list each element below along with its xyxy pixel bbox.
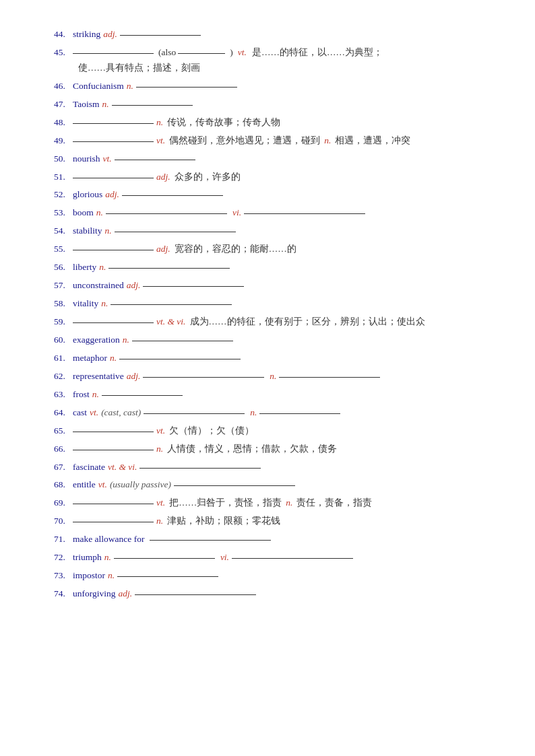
blank [132,341,233,341]
list-item: 73. impostor n. [54,568,495,584]
blank [73,432,154,432]
item-number: 45. [54,45,73,61]
list-item: 45. (also ) vt. 是……的特征，以……为典型； 使……具有特点；描… [54,45,495,76]
item-number: 44. [54,27,73,42]
paren: (cast, cast) [101,405,141,421]
word: frost [73,387,90,403]
item-number: 53. [54,205,73,221]
blank [73,123,154,124]
word: boom [73,205,94,221]
blank [135,594,256,595]
definition: 津贴，补助；限额；零花钱 [167,514,280,529]
blank [143,286,244,287]
definition: 众多的，许多的 [175,170,241,185]
pos: n. [127,79,133,94]
definition: 偶然碰到，意外地遇见；遭遇，碰到 [169,133,320,149]
blank [108,268,230,269]
word: Taoism [73,97,100,112]
item-number: 55. [54,242,73,257]
item-number: 60. [54,333,73,348]
blank2 [232,558,353,559]
pos: n. [105,224,112,239]
pos: vt. & vi. [156,314,186,330]
item-number: 68. [54,477,73,493]
blank [114,558,215,559]
list-item: 74. unforgiving adj. [54,586,495,602]
definition: 欠（情）；欠（债） [169,423,254,439]
word: nourish [73,151,100,167]
pos2: vi. [232,205,241,221]
pos: n. [92,387,99,403]
item-number: 54. [54,224,73,239]
blank [144,413,245,414]
word: glorious [73,187,102,203]
definition: 传说，传奇故事；传奇人物 [167,115,280,131]
pos2: n. [270,369,276,384]
item-number: 49. [54,133,73,149]
list-item: 58. vitality n. [54,296,495,312]
pos: n. [108,568,115,584]
pos: adj. [156,242,170,257]
item-number: 48. [54,115,73,131]
item-number: 74. [54,586,73,602]
list-item: 57. unconstrained adj. [54,278,495,294]
blank [150,540,271,541]
blank [120,35,201,36]
paren: (usually passive) [110,477,171,493]
list-item: 66. n. 人情债，情义，恩情；借款，欠款，债务 [54,442,495,457]
definition: 人情债，情义，恩情；借款，欠款，债务 [167,442,337,457]
blank [73,322,154,323]
item-number: 58. [54,296,73,312]
word: striking [73,27,100,42]
pos2: n. [324,133,331,149]
definition: 是……的特征，以……为典型； [252,45,383,61]
pos2: n. [286,495,292,511]
blank [115,160,195,160]
blank [139,468,261,469]
word: representative [73,369,124,384]
blank2 [244,213,365,214]
blank [111,304,232,305]
vocabulary-list: 44. striking adj. 45. (also ) vt. 是……的特征… [54,27,495,602]
list-item: 53. boom n. vi. [54,205,495,221]
blank [73,178,154,178]
pos2: vi. [220,550,229,565]
list-item: 71. make allowance for [54,532,495,547]
pos: vt. [156,495,165,511]
item-number: 50. [54,151,73,167]
word: cast [73,405,87,421]
blank [143,377,264,378]
pos: n. [96,205,103,221]
word: entitle [73,477,96,493]
word: impostor [73,568,105,584]
item-number: 65. [54,423,73,439]
list-item: 61. metaphor n. [54,351,495,366]
pos: adj. [156,170,170,185]
pos: vt. [156,423,165,439]
item-number: 59. [54,314,73,330]
list-item: 62. representative adj. n. [54,369,495,384]
word: liberty [73,260,96,275]
definition: 把……归咎于，责怪，指责 [169,495,282,511]
def2: 责任，责备，指责 [296,495,372,511]
list-item: 72. triumph n. vi. [54,550,495,565]
list-item: 52. glorious adj. [54,187,495,203]
pos: n. [110,351,117,366]
item-number: 52. [54,187,73,203]
list-item: 63. frost n. [54,387,495,403]
item-number: 56. [54,260,73,275]
pos: n. [156,442,163,457]
list-item: 60. exaggeration n. [54,333,495,348]
word: vitality [73,296,98,312]
item-number: 66. [54,442,73,457]
pos: n. [102,97,109,112]
pos: adj. [103,27,117,42]
pos: n. [104,550,111,565]
blank [73,450,154,450]
item-number: 72. [54,550,73,565]
pos: n. [101,296,108,312]
paren-close: ) [230,45,233,61]
blank [73,250,154,250]
blank [119,359,241,359]
item-number: 67. [54,460,73,475]
